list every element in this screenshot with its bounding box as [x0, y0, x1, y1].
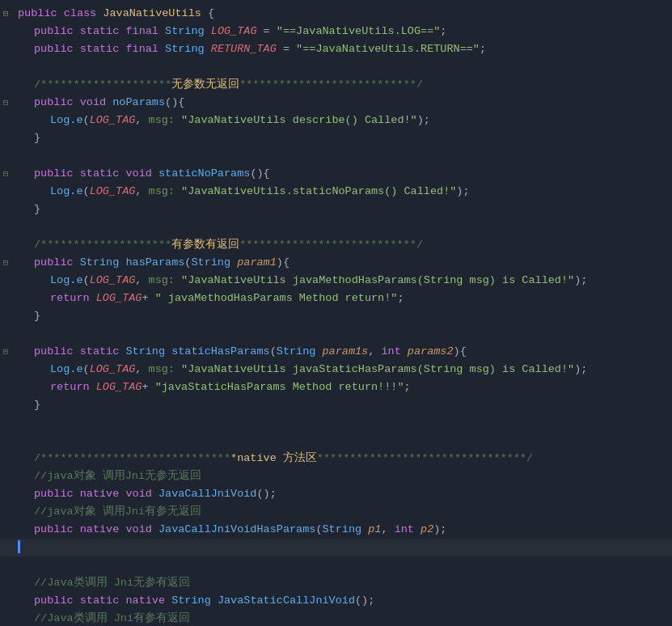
code-line-23: }: [0, 396, 672, 414]
line-content-2: public static final String LOG_TAG = "==…: [11, 23, 672, 40]
code-line-14: /********************有参数有返回*************…: [0, 236, 672, 254]
line-content-6: public void noParams(){: [11, 94, 672, 112]
code-line-17: return LOG_TAG+ " javaMethodHasParams Me…: [0, 290, 672, 307]
fold-arrow-1[interactable]: ⊟: [0, 5, 11, 23]
code-line-15: ⊟ public String hasParams(String param1)…: [0, 254, 672, 272]
line-content-12: }: [11, 201, 672, 218]
line-content-11: Log.e(LOG_TAG, msg: "JavaNativeUtils.sta…: [11, 183, 672, 201]
line-content-10: public static void staticNoParams(){: [11, 165, 672, 183]
code-line-19: [0, 325, 672, 343]
line-content-3: public static final String RETURN_TAG = …: [11, 40, 672, 58]
code-line-4: [0, 58, 672, 76]
code-line-22: return LOG_TAG+ "javaStaticHasParams Met…: [0, 379, 672, 396]
code-line-35: //Java类调用 Jni有参有返回: [0, 610, 672, 626]
line-content-35: //Java类调用 Jni有参有返回: [11, 610, 672, 626]
code-line-7: Log.e(LOG_TAG, msg: "JavaNativeUtils des…: [0, 112, 672, 129]
fold-arrow-20[interactable]: ⊟: [0, 343, 11, 361]
code-line-34: public static native String JavaStaticCa…: [0, 592, 672, 610]
code-line-11: Log.e(LOG_TAG, msg: "JavaNativeUtils.sta…: [0, 183, 672, 201]
code-line-5: /********************无参数无返回*************…: [0, 76, 672, 94]
code-line-33: //Java类调用 Jni无参有返回: [0, 574, 672, 592]
code-line-31: [0, 539, 672, 556]
code-line-16: Log.e(LOG_TAG, msg: "JavaNativeUtils jav…: [0, 272, 672, 290]
code-line-1: ⊟ public class JavaNativeUtils {: [0, 5, 672, 23]
code-line-24: [0, 414, 672, 432]
line-content-22: return LOG_TAG+ "javaStaticHasParams Met…: [11, 379, 672, 396]
code-line-6: ⊟ public void noParams(){: [0, 94, 672, 112]
code-line-13: [0, 218, 672, 236]
line-content-23: }: [11, 396, 672, 414]
code-line-20: ⊟ public static String staticHasParams(S…: [0, 343, 672, 361]
code-line-26: /******************************native 方法…: [0, 450, 672, 467]
line-content-28: public native void JavaCallJniVoid();: [11, 485, 672, 503]
line-content-33: //Java类调用 Jni无参有返回: [11, 574, 672, 592]
code-line-10: ⊟ public static void staticNoParams(){: [0, 165, 672, 183]
code-line-27: //java对象 调用Jni无参无返回: [0, 467, 672, 485]
fold-arrow-10[interactable]: ⊟: [0, 165, 11, 183]
line-content-29: //java对象 调用Jni有参无返回: [11, 503, 672, 521]
line-content-20: public static String staticHasParams(Str…: [11, 343, 672, 361]
code-line-8: }: [0, 129, 672, 147]
line-content-27: //java对象 调用Jni无参无返回: [11, 467, 672, 485]
line-content-34: public static native String JavaStaticCa…: [11, 592, 672, 610]
code-line-30: public native void JavaCallJniVoidHasPar…: [0, 521, 672, 539]
code-line-3: public static final String RETURN_TAG = …: [0, 40, 672, 58]
fold-arrow-6[interactable]: ⊟: [0, 94, 11, 112]
code-line-9: [0, 147, 672, 165]
code-line-18: }: [0, 307, 672, 325]
line-content-5: /********************无参数无返回*************…: [11, 76, 672, 94]
line-content-17: return LOG_TAG+ " javaMethodHasParams Me…: [11, 290, 672, 307]
line-content-1: public class JavaNativeUtils {: [11, 5, 672, 23]
code-line-28: public native void JavaCallJniVoid();: [0, 485, 672, 503]
code-line-32: [0, 556, 672, 574]
code-line-29: //java对象 调用Jni有参无返回: [0, 503, 672, 521]
code-line-2: public static final String LOG_TAG = "==…: [0, 23, 672, 40]
cursor-line-content: [11, 539, 672, 556]
line-content-21: Log.e(LOG_TAG, msg: "JavaNativeUtils jav…: [11, 361, 672, 379]
line-content-14: /********************有参数有返回*************…: [11, 236, 672, 254]
code-line-12: }: [0, 201, 672, 218]
line-content-7: Log.e(LOG_TAG, msg: "JavaNativeUtils des…: [11, 112, 672, 129]
code-editor: ⊟ public class JavaNativeUtils { public …: [0, 0, 672, 626]
line-content-26: /******************************native 方法…: [11, 450, 672, 467]
code-line-21: Log.e(LOG_TAG, msg: "JavaNativeUtils jav…: [0, 361, 672, 379]
fold-arrow-15[interactable]: ⊟: [0, 254, 11, 272]
line-content-15: public String hasParams(String param1){: [11, 254, 672, 272]
line-content-16: Log.e(LOG_TAG, msg: "JavaNativeUtils jav…: [11, 272, 672, 290]
line-content-8: }: [11, 129, 672, 147]
line-content-18: }: [11, 307, 672, 325]
line-content-30: public native void JavaCallJniVoidHasPar…: [11, 521, 672, 539]
code-line-25: [0, 432, 672, 450]
